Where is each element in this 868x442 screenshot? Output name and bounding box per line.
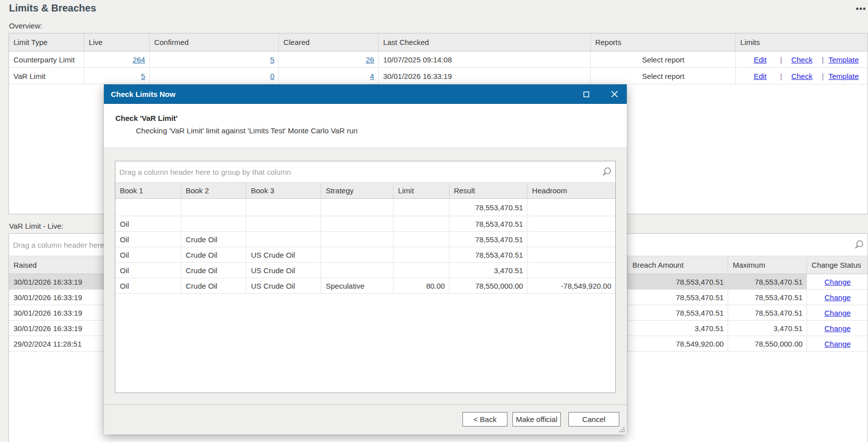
- change-link[interactable]: Change: [825, 340, 851, 348]
- headroom-cell: [527, 199, 615, 216]
- more-options-icon[interactable]: [856, 6, 868, 11]
- select-report-dropdown[interactable]: Select report: [642, 72, 684, 80]
- template-link[interactable]: Template: [824, 55, 864, 64]
- column-header-live[interactable]: Live: [84, 33, 150, 51]
- result-cell: 78,553,470.51: [449, 232, 528, 247]
- edit-link[interactable]: Edit: [740, 72, 780, 80]
- result-row[interactable]: 78,553,470.51: [115, 199, 615, 216]
- live-count-cell: 264: [84, 51, 150, 67]
- column-header-breach-amount[interactable]: Breach Amount: [628, 256, 728, 274]
- make-official-button[interactable]: Make official: [512, 412, 561, 427]
- book1-cell: Oil: [115, 278, 181, 293]
- limit-cell: [394, 232, 449, 247]
- cleared-count-link[interactable]: 4: [370, 72, 374, 80]
- column-header-book2[interactable]: Book 2: [181, 183, 247, 198]
- limit-cell: [394, 216, 449, 231]
- column-header-limit-type[interactable]: Limit Type: [9, 33, 84, 51]
- column-header-strategy[interactable]: Strategy: [321, 183, 394, 198]
- confirmed-count-cell: 5: [150, 51, 279, 67]
- overview-grid-header: Limit Type Live Confirmed Cleared Last C…: [9, 33, 868, 51]
- book3-cell: [246, 199, 321, 216]
- section-label: VaR Limit - Live:: [9, 222, 63, 230]
- column-header-book3[interactable]: Book 3: [246, 183, 321, 198]
- result-cell: 3,470.51: [449, 263, 528, 278]
- maximize-icon[interactable]: [575, 84, 597, 104]
- change-link[interactable]: Change: [825, 278, 851, 286]
- search-icon[interactable]: [853, 238, 866, 251]
- result-cell: 78,553,470.51: [449, 216, 528, 231]
- headroom-cell: [527, 263, 615, 278]
- column-header-confirmed[interactable]: Confirmed: [150, 33, 279, 51]
- dialog-description: Checking 'VaR Limit' limit against 'Limi…: [136, 126, 358, 135]
- maximum-cell: 78,550,000.00: [728, 336, 807, 351]
- last-checked-cell: 30/01/2026 16:33:19: [379, 68, 590, 84]
- column-header-book1[interactable]: Book 1: [115, 183, 181, 198]
- maximum-cell: 78,553,470.51: [728, 305, 807, 320]
- limit-cell: [394, 199, 449, 216]
- book1-cell: Oil: [115, 263, 181, 278]
- book3-cell: US Crude Oil: [246, 247, 321, 262]
- edit-link[interactable]: Edit: [740, 55, 780, 64]
- results-grid-header: Book 1 Book 2 Book 3 Strategy Limit Resu…: [115, 183, 615, 199]
- confirmed-count-link[interactable]: 0: [270, 72, 274, 80]
- select-report-cell: Select report: [591, 51, 736, 67]
- cleared-count-cell: 26: [279, 51, 379, 67]
- change-link[interactable]: Change: [825, 309, 851, 317]
- cleared-count-link[interactable]: 26: [366, 55, 374, 64]
- column-header-limits[interactable]: Limits: [736, 33, 868, 51]
- check-limits-dialog: Check Limits Now Check 'VaR Limit' Check…: [104, 84, 627, 435]
- strategy-cell: [321, 216, 394, 231]
- column-header-reports[interactable]: Reports: [591, 33, 736, 51]
- strategy-cell: [321, 263, 394, 278]
- result-row[interactable]: Oil Crude Oil US Crude Oil 78,553,470.51: [115, 247, 615, 263]
- maximum-cell: 3,470.51: [728, 321, 807, 336]
- book3-cell: [246, 232, 321, 247]
- change-link[interactable]: Change: [825, 324, 851, 333]
- dialog-title: Check Limits Now: [111, 90, 175, 98]
- check-link[interactable]: Check: [782, 72, 822, 80]
- cancel-button[interactable]: Cancel: [568, 412, 619, 427]
- book2-cell: [181, 216, 247, 231]
- template-link[interactable]: Template: [824, 72, 864, 80]
- limit-type-cell: VaR Limit: [9, 68, 84, 84]
- confirmed-count-link[interactable]: 5: [270, 55, 274, 64]
- book2-cell: Crude Oil: [181, 232, 247, 247]
- column-header-limit[interactable]: Limit: [394, 183, 449, 198]
- dialog-titlebar[interactable]: Check Limits Now: [104, 84, 627, 104]
- page-title: Limits & Breaches: [9, 2, 96, 14]
- close-icon[interactable]: [603, 84, 625, 104]
- result-row[interactable]: Oil Crude Oil US Crude Oil Speculative 8…: [115, 278, 615, 294]
- breach-amount-cell: 78,553,470.51: [628, 274, 728, 289]
- book1-cell: [115, 199, 181, 216]
- column-header-result[interactable]: Result: [449, 183, 528, 198]
- strategy-cell: [321, 199, 394, 216]
- breach-amount-cell: 3,470.51: [628, 321, 728, 336]
- select-report-dropdown[interactable]: Select report: [642, 55, 684, 64]
- change-link[interactable]: Change: [825, 293, 851, 302]
- column-header-headroom[interactable]: Headroom: [527, 183, 615, 198]
- limits-actions-cell: Edit | Check | Template: [736, 68, 868, 84]
- resize-grip-icon[interactable]: [618, 426, 625, 433]
- result-row[interactable]: Oil 78,553,470.51: [115, 216, 615, 232]
- result-row[interactable]: Oil Crude Oil 78,553,470.51: [115, 232, 615, 247]
- change-status-cell: Change: [807, 321, 868, 336]
- dialog-message-area: Check 'VaR Limit' Checking 'VaR Limit' l…: [104, 104, 627, 148]
- book3-cell: US Crude Oil: [246, 263, 321, 278]
- column-header-last-checked[interactable]: Last Checked: [379, 33, 590, 51]
- column-header-maximum[interactable]: Maximum: [728, 256, 807, 274]
- result-row[interactable]: Oil Crude Oil US Crude Oil 3,470.51: [115, 263, 615, 278]
- group-by-panel[interactable]: Drag a column header here to group by th…: [115, 161, 615, 183]
- live-count-link[interactable]: 5: [141, 72, 145, 80]
- back-button[interactable]: < Back: [462, 412, 507, 427]
- live-count-link[interactable]: 264: [133, 55, 145, 64]
- change-status-cell: Change: [807, 305, 868, 320]
- change-status-cell: Change: [807, 290, 868, 305]
- search-icon[interactable]: [600, 165, 613, 178]
- limit-cell: [394, 263, 449, 278]
- column-header-cleared[interactable]: Cleared: [279, 33, 379, 51]
- overview-label: Overview:: [9, 21, 42, 30]
- check-link[interactable]: Check: [782, 55, 822, 64]
- column-header-change-status[interactable]: Change Status: [807, 256, 868, 274]
- maximum-cell: 78,553,470.51: [728, 290, 807, 305]
- result-cell: 78,553,470.51: [449, 199, 528, 216]
